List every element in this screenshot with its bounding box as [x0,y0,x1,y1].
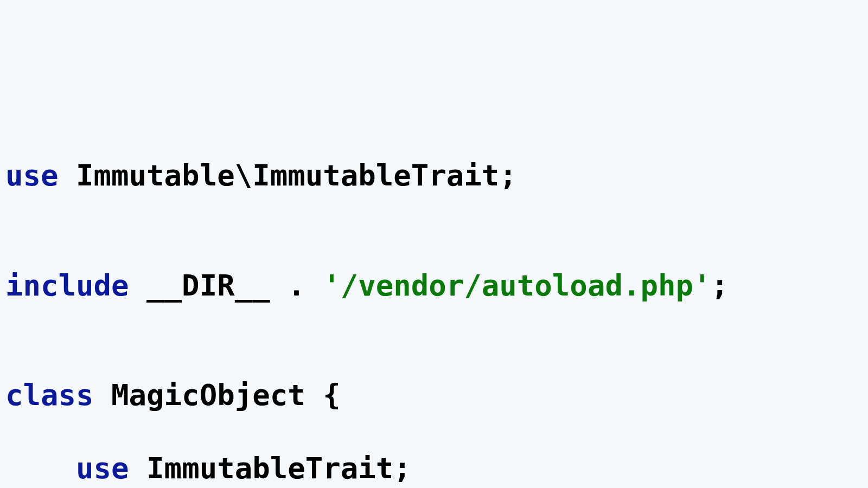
keyword-use: use [76,451,129,485]
code-text: . [270,268,323,303]
code-text: ImmutableTrait; [129,451,411,485]
code-text: ; [711,268,729,303]
keyword-class: class [5,378,94,412]
code-text: Immutable\ImmutableTrait; [59,158,517,192]
keyword-include: include [5,268,129,303]
code-text [129,268,147,303]
code-line-6: use ImmutableTrait; [5,450,868,487]
code-line-1: use Immutable\ImmutableTrait; [5,157,868,194]
code-text: MagicObject { [94,378,341,412]
code-line-3: include __DIR__ . '/vendor/autoload.php'… [5,267,868,304]
string-literal: '/vendor/autoload.php' [323,268,711,303]
code-line-5: class MagicObject { [5,377,868,414]
keyword-use: use [5,158,59,192]
const-dir: __DIR__ [146,268,270,303]
indent [5,451,76,485]
